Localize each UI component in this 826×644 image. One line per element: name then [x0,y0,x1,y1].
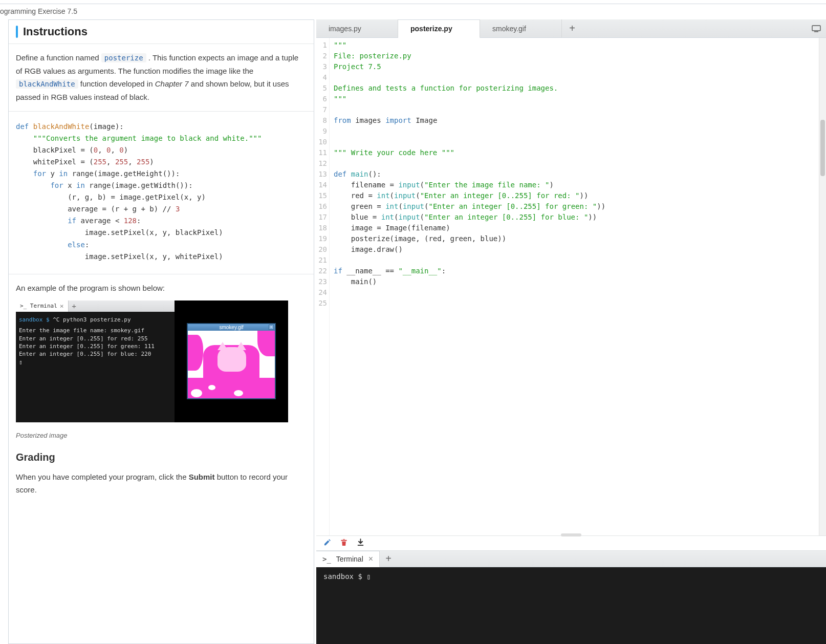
svg-rect-0 [812,26,820,31]
instructions-title: Instructions [23,25,88,38]
text: Define a function named [16,53,101,62]
download-icon[interactable] [357,539,364,548]
instructions-paragraph: Define a function named posterize . This… [16,51,307,104]
tab-posterize-py[interactable]: posterize.py [398,19,480,38]
chapter-ref: Chapter 7 [155,79,189,88]
terminal-tab-label: Terminal [336,555,363,563]
text: When you have completed your program, cl… [16,473,189,481]
top-border [0,0,826,4]
close-icon[interactable]: × [269,325,274,330]
example-screenshot: >_ Terminal × + sandbox $ ^C python3 pos… [16,300,288,422]
tab-smokey-gif[interactable]: smokey.gif [480,19,562,37]
example-output-window: smokey.gif × [175,300,288,422]
instructions-body: Define a function named posterize . This… [9,44,314,643]
close-icon[interactable]: × [60,302,64,310]
terminal-prompt: sandbox $ [323,572,362,581]
text: Enter the image file name: smokey.gif [19,327,171,334]
text: function developed in [80,79,155,88]
grading-heading: Grading [16,452,307,463]
code-example: def blackAndWhite(image): """Converts th… [9,111,314,274]
example-terminal-tabs: >_ Terminal × + [16,300,175,312]
editor-toolbar [316,535,826,551]
mini-window-body [188,331,275,398]
code-area[interactable]: """File: posterize.pyProject 7.5Defines … [330,38,819,535]
example-terminal-tab[interactable]: >_ Terminal × [16,300,69,312]
line-gutter: 1234567891011121314151617181920212223242… [316,38,330,535]
new-terminal-button[interactable]: + [380,551,397,567]
submit-word: Submit [189,473,215,481]
file-tabs: images.py posterize.py smokey.gif + [316,19,826,38]
mini-window-title-text: smokey.gif [219,325,243,330]
text: Enter an integer [0..255] for green: 111 [19,342,171,350]
plus-icon[interactable]: + [69,302,80,310]
example-terminal: >_ Terminal × + sandbox $ ^C python3 pos… [16,300,175,422]
terminal-body[interactable]: sandbox $ ▯ [316,567,826,644]
terminal-cursor: ▯ [366,572,371,581]
text: ^C python3 posterize.py [50,316,131,323]
prompt: sandbox $ [19,316,50,323]
code-blackandwhite: blackAndWhite [16,79,78,89]
breadcrumb: ogramming Exercise 7.5 [0,4,826,19]
scrollbar-thumb[interactable] [820,120,825,176]
grading-paragraph: When you have completed your program, cl… [16,470,307,497]
editor-panel: images.py posterize.py smokey.gif + 1234… [316,19,826,644]
posterized-cat-image [188,331,275,398]
text: Enter an integer [0..255] for blue: 220 [19,350,171,358]
terminal-icon: >_ [322,555,331,563]
instructions-header: Instructions [9,20,314,44]
edit-icon[interactable] [323,539,331,548]
mini-window-titlebar: smokey.gif × [188,324,275,331]
instructions-icon [16,26,18,38]
desktop-icon[interactable] [807,19,826,37]
close-icon[interactable]: × [368,554,373,564]
text: Enter an integer [0..255] for red: 255 [19,335,171,342]
example-heading: An example of the program is shown below… [16,284,307,292]
trash-icon[interactable] [340,539,347,548]
code-posterize: posterize [101,53,146,62]
tab-images-py[interactable]: images.py [316,19,398,37]
editor-scrollbar[interactable] [819,38,826,535]
mini-window: smokey.gif × [187,324,275,399]
example-terminal-body: sandbox $ ^C python3 posterize.py Enter … [16,312,175,370]
code-pre: def blackAndWhite(image): """Converts th… [16,121,307,263]
instructions-panel: Instructions Define a function named pos… [8,19,314,644]
terminal-tab[interactable]: >_ Terminal × [316,551,380,567]
terminal-tabs: >_ Terminal × + [316,551,826,567]
example-terminal-tab-label: >_ Terminal [20,303,57,309]
code-editor[interactable]: 1234567891011121314151617181920212223242… [316,38,826,535]
new-tab-button[interactable]: + [562,19,582,37]
example-caption: Posterized image [16,432,307,439]
